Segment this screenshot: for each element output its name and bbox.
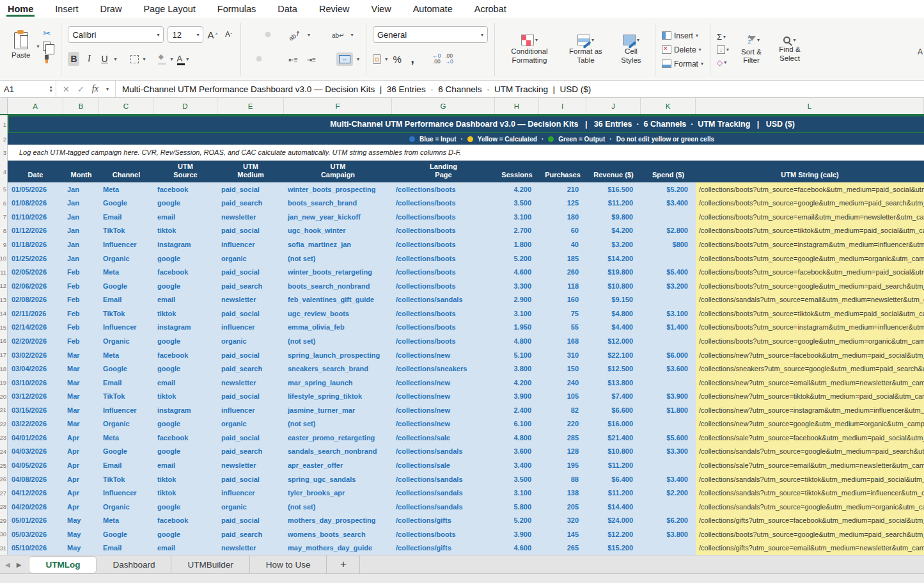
merge-center-button[interactable]: ↔ <box>336 52 353 66</box>
menu-data[interactable]: Data <box>276 1 299 17</box>
cell-sessions[interactable]: 4.800 <box>495 334 539 348</box>
cell-month[interactable]: Feb <box>63 334 99 348</box>
clear-button[interactable]: ◇▾ <box>717 57 729 68</box>
legend-cell[interactable]: Blue = Input · Yellow = Calculated · Gre… <box>8 133 924 145</box>
cell-purchases[interactable]: 82 <box>539 403 586 417</box>
cell-spend[interactable] <box>641 417 696 431</box>
cell-landing-page[interactable]: /collections/boots <box>392 196 495 211</box>
menu-home[interactable]: Home <box>6 1 35 17</box>
cell-spend[interactable]: $3.300 <box>641 445 696 459</box>
cell-month[interactable]: Apr <box>63 458 99 472</box>
cell-utm-string[interactable]: /collections/boots?utm_source=instagram&… <box>696 237 924 252</box>
cell-utm-medium[interactable]: paid_search <box>217 196 284 211</box>
cell-styles-button[interactable]: ▾ Cell Styles <box>614 33 648 65</box>
cell-revenue[interactable]: $12.200 <box>586 527 641 541</box>
enter-icon[interactable]: ✓ <box>77 84 84 94</box>
orientation-dropdown[interactable]: ▾ <box>308 32 310 38</box>
cell-date[interactable]: 03/12/2026 <box>8 389 63 403</box>
cell-sessions[interactable]: 6.100 <box>495 417 539 431</box>
paste-button[interactable]: Paste <box>9 31 33 61</box>
cell-channel[interactable]: Meta <box>99 265 153 279</box>
cell-utm-campaign[interactable]: sofia_martinez_jan <box>284 237 392 252</box>
row-number[interactable]: 8 <box>0 224 8 238</box>
cell-utm-medium[interactable]: paid_social <box>217 307 284 321</box>
cell-purchases[interactable]: 260 <box>539 265 586 279</box>
cell-utm-medium[interactable]: influencer <box>217 237 284 252</box>
row-number[interactable]: 22 <box>0 417 8 431</box>
row-number[interactable]: 18 <box>0 362 8 376</box>
cell-utm-source[interactable]: facebook <box>153 348 217 362</box>
conditional-formatting-button[interactable]: ▾ Conditional Formatting <box>501 33 558 65</box>
cell-date[interactable]: 03/10/2026 <box>8 376 63 390</box>
cell-sessions[interactable]: 5.800 <box>495 500 539 514</box>
cell-utm-medium[interactable]: paid_social <box>217 514 284 528</box>
header-purchases[interactable]: Purchases <box>539 161 586 182</box>
cell-utm-medium[interactable]: paid_search <box>217 445 284 459</box>
cell-month[interactable]: Apr <box>63 431 99 445</box>
cell-date[interactable]: 02/08/2026 <box>8 293 63 307</box>
cell-channel[interactable]: TikTok <box>99 224 153 238</box>
borders-icon[interactable] <box>130 55 139 63</box>
cell-date[interactable]: 02/11/2026 <box>8 307 63 321</box>
font-color-dropdown[interactable]: ▾ <box>186 56 189 62</box>
cell-spend[interactable]: $5.200 <box>641 182 696 196</box>
cell-purchases[interactable]: 265 <box>539 541 586 555</box>
cell-spend[interactable] <box>641 210 696 224</box>
decrease-decimal-button[interactable]: .00→0 <box>444 53 453 65</box>
cell-channel[interactable]: Organic <box>99 417 153 431</box>
cell-utm-source[interactable]: google <box>153 252 217 266</box>
cell-channel[interactable]: Meta <box>99 431 153 445</box>
cell-utm-string[interactable]: /collections/sandals?utm_source=google&u… <box>696 500 924 514</box>
cell-utm-string[interactable]: /collections/sandals?utm_source=tiktok&u… <box>696 472 924 486</box>
row-number[interactable]: 29 <box>0 514 8 528</box>
cell-sessions[interactable]: 5.200 <box>495 252 539 266</box>
cell-channel[interactable]: Meta <box>99 182 153 196</box>
cell-purchases[interactable]: 220 <box>539 417 586 431</box>
cell-month[interactable]: Feb <box>63 279 99 293</box>
cell-channel[interactable]: TikTok <box>99 307 153 321</box>
autosum-button[interactable]: Σ▾ <box>717 31 729 43</box>
cell-utm-medium[interactable]: organic <box>217 252 284 266</box>
row-number[interactable]: 13 <box>0 293 8 307</box>
cell-sessions[interactable]: 3.900 <box>495 527 539 541</box>
cell-revenue[interactable]: $12.000 <box>586 334 641 348</box>
cell-revenue[interactable]: $13.800 <box>586 376 641 390</box>
cell-landing-page[interactable]: /collections/new <box>392 389 495 403</box>
cell-utm-medium[interactable]: organic <box>217 334 284 348</box>
cell-revenue[interactable]: $12.500 <box>586 362 641 376</box>
cell-channel[interactable]: Organic <box>99 334 153 348</box>
cell-utm-campaign[interactable]: boots_search_nonbrand <box>284 279 392 293</box>
cell-revenue[interactable]: $21.400 <box>586 431 641 445</box>
cell-month[interactable]: Jan <box>63 210 99 224</box>
instructions-cell[interactable]: Log each UTM-tagged campaign here. CVR, … <box>8 145 924 161</box>
cell-landing-page[interactable]: /collections/gifts <box>392 541 495 555</box>
cell-channel[interactable]: Google <box>99 279 153 293</box>
cell-utm-medium[interactable]: newsletter <box>217 458 284 472</box>
name-box-spinner[interactable]: ▲▼ <box>49 85 53 93</box>
wrap-text-button[interactable]: ab↵ <box>329 26 347 43</box>
cell-revenue[interactable]: $11.200 <box>586 486 641 500</box>
cell-purchases[interactable]: 128 <box>539 445 586 459</box>
column-header-h[interactable]: H <box>495 98 539 114</box>
cell-utm-string[interactable]: /collections/sandals?utm_source=tiktok&u… <box>696 486 924 500</box>
cell-landing-page[interactable]: /collections/boots <box>392 265 495 279</box>
cell-utm-medium[interactable]: paid_social <box>217 389 284 403</box>
cell-month[interactable]: Feb <box>63 307 99 321</box>
cell-utm-string[interactable]: /collections/new?utm_source=tiktok&utm_m… <box>696 389 924 403</box>
cell-utm-campaign[interactable]: easter_promo_retargeting <box>284 431 392 445</box>
increase-indent-button[interactable]: ⇥≡ <box>304 51 318 67</box>
cell-utm-medium[interactable]: paid_social <box>217 348 284 362</box>
cell-date[interactable]: 01/12/2026 <box>8 224 63 238</box>
cell-utm-campaign[interactable]: feb_valentines_gift_guide <box>284 293 392 307</box>
cell-date[interactable]: 01/10/2026 <box>8 210 63 224</box>
cell-spend[interactable]: $5.400 <box>641 265 696 279</box>
cell-utm-medium[interactable]: paid_social <box>217 224 284 238</box>
italic-button[interactable]: I <box>83 52 95 66</box>
cell-utm-source[interactable]: email <box>153 293 217 307</box>
font-color-icon[interactable]: A <box>177 54 183 65</box>
cell-channel[interactable]: TikTok <box>99 472 153 486</box>
comma-button[interactable]: , <box>407 52 418 66</box>
cell-sessions[interactable]: 4.800 <box>495 431 539 445</box>
top-align-button[interactable] <box>247 32 253 37</box>
cell-landing-page[interactable]: /collections/boots <box>392 210 495 224</box>
